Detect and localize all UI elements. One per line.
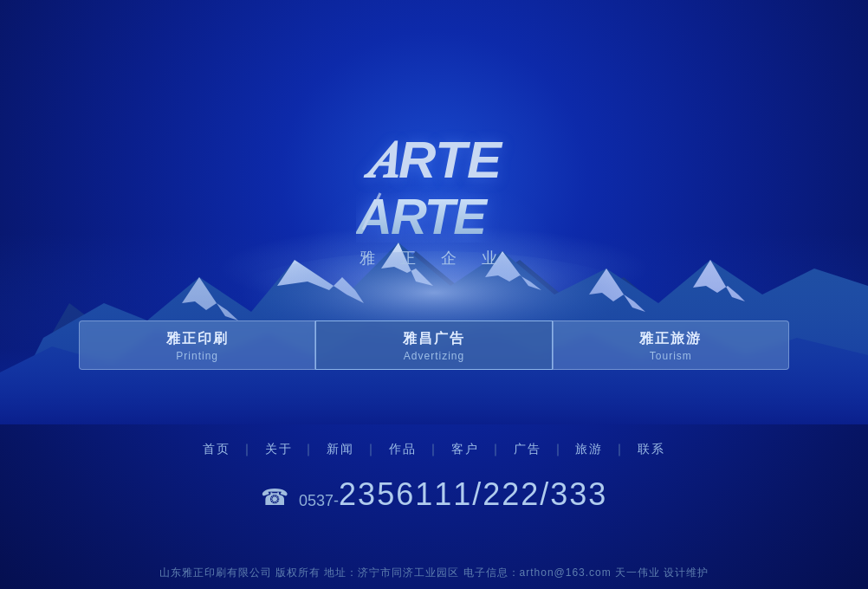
svg-text:ARTE: ARTE bbox=[356, 188, 489, 243]
nav-btn-advertising-cn: 雅昌广告 bbox=[316, 330, 551, 348]
phone-number: 2356111/222/333 bbox=[339, 476, 607, 512]
logo-area: 𝐴RTE︎ ARTE 雅 正 企 业 bbox=[356, 134, 512, 269]
main-content: 𝐴RTE︎ ARTE 雅 正 企 业 雅正印刷 Printing bbox=[0, 0, 868, 589]
logo-text: 𝐴RTE︎ bbox=[356, 134, 512, 186]
footer: 山东雅正印刷有限公司 版权所有 地址：济宁市同济工业园区 电子信息：arthon… bbox=[0, 566, 868, 580]
nav-link-news[interactable]: 新闻 bbox=[327, 442, 354, 456]
separator-1: ｜ bbox=[241, 442, 255, 456]
bottom-nav: 首页 ｜ 关于 ｜ 新闻 ｜ 作品 ｜ 客户 ｜ 广告 ｜ 旅游 ｜ 联系 bbox=[0, 442, 868, 457]
nav-btn-tourism-cn: 雅正旅游 bbox=[554, 330, 788, 348]
nav-link-contact[interactable]: 联系 bbox=[638, 442, 665, 456]
phone-icon: ☎ bbox=[261, 484, 288, 510]
nav-btn-printing-en: Printing bbox=[80, 350, 314, 362]
nav-link-about[interactable]: 关于 bbox=[265, 442, 293, 456]
nav-btn-tourism[interactable]: 雅正旅游 Tourism bbox=[553, 320, 789, 370]
footer-text: 山东雅正印刷有限公司 版权所有 地址：济宁市同济工业园区 电子信息：arthon… bbox=[159, 566, 709, 579]
nav-link-home[interactable]: 首页 bbox=[203, 442, 230, 456]
separator-3: ｜ bbox=[365, 442, 379, 456]
nav-btn-tourism-en: Tourism bbox=[554, 350, 788, 362]
phone-prefix: 0537- bbox=[299, 492, 339, 509]
separator-7: ｜ bbox=[613, 442, 627, 456]
separator-5: ｜ bbox=[489, 442, 503, 456]
nav-link-clients[interactable]: 客户 bbox=[451, 442, 479, 456]
nav-btn-advertising[interactable]: 雅昌广告 Advertizing bbox=[315, 320, 552, 370]
nav-link-works[interactable]: 作品 bbox=[389, 442, 417, 456]
logo-subtitle: 雅 正 企 业 bbox=[356, 248, 512, 269]
separator-4: ｜ bbox=[427, 442, 441, 456]
nav-btn-advertising-en: Advertizing bbox=[316, 350, 551, 362]
nav-link-advertising[interactable]: 广告 bbox=[514, 442, 541, 456]
nav-buttons: 雅正印刷 Printing 雅昌广告 Advertizing 雅正旅游 Tour… bbox=[79, 320, 789, 370]
separator-2: ｜ bbox=[302, 442, 316, 456]
separator-6: ｜ bbox=[552, 442, 566, 456]
nav-btn-printing-cn: 雅正印刷 bbox=[80, 330, 314, 348]
nav-link-tourism[interactable]: 旅游 bbox=[575, 442, 603, 456]
phone-area: ☎ 0537-2356111/222/333 bbox=[0, 476, 868, 513]
nav-btn-printing[interactable]: 雅正印刷 Printing bbox=[79, 320, 315, 370]
logo-arte: ARTE bbox=[356, 186, 512, 243]
